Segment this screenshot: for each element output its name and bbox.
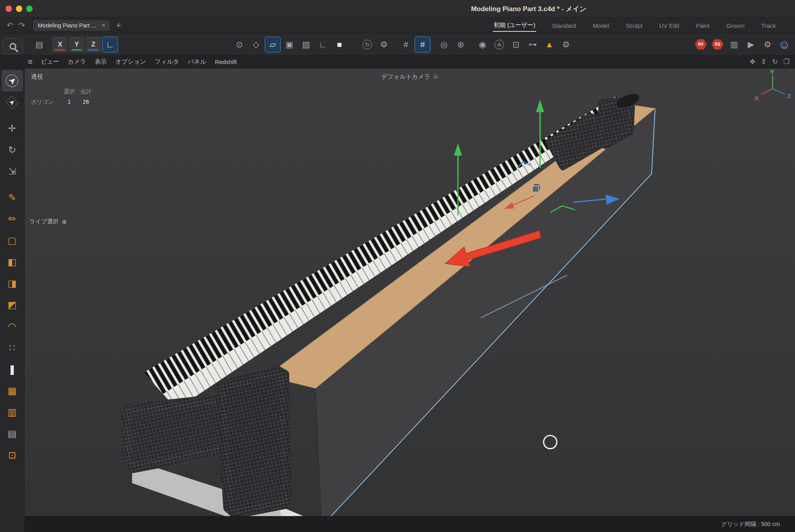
layout-uv-edit[interactable]: UV Edit xyxy=(658,20,680,31)
glyph: X xyxy=(58,41,62,48)
bevel-arch-icon: ◠ xyxy=(8,322,16,331)
view-label[interactable]: 透視 xyxy=(31,73,43,81)
layout-standard[interactable]: Standard xyxy=(551,20,577,31)
glyph: A xyxy=(494,40,504,49)
live-selection-tool[interactable]: ➤ xyxy=(2,70,23,91)
extrude-inner-tool[interactable]: ◨ xyxy=(2,273,23,294)
redshift-icon[interactable]: RS xyxy=(710,37,725,52)
menu-filter[interactable]: フィルタ xyxy=(155,58,179,66)
workplane-icon[interactable]: ∟ xyxy=(102,37,118,52)
bevel-tool[interactable]: ◠ xyxy=(2,316,23,337)
menu-camera[interactable]: カメラ xyxy=(68,58,86,66)
matrix-extrude-tool[interactable]: ◩ xyxy=(2,294,23,316)
toggle-views-icon[interactable]: ❐ xyxy=(783,58,789,66)
close-window-button[interactable] xyxy=(6,6,12,12)
rectangle-selection-tool[interactable]: ➤ xyxy=(2,91,23,113)
render-to-picture-viewer-icon[interactable]: ▶ xyxy=(743,37,759,52)
axis-x-lock-button[interactable]: X xyxy=(52,37,68,52)
settings-gear-icon[interactable]: ⚙ xyxy=(558,37,574,52)
polygon-pen-tool[interactable]: ▢ xyxy=(2,230,23,251)
render-settings-icon[interactable]: ⚙ xyxy=(760,37,776,52)
render-view-icon[interactable]: ▥ xyxy=(726,37,742,52)
brush-capsule-icon: ❚ xyxy=(8,365,16,374)
texture-mode-icon[interactable]: ▨ xyxy=(298,37,314,52)
layout-track[interactable]: Track xyxy=(760,20,777,31)
keyframe-settings-icon[interactable]: ⚙ xyxy=(376,37,392,52)
magnet-tool[interactable]: ∷ xyxy=(2,337,23,359)
axis-mode-icon[interactable]: ∟ xyxy=(315,37,331,52)
close-tab-icon[interactable]: × xyxy=(102,22,105,29)
menu-panel[interactable]: パネル xyxy=(188,58,206,66)
viewport-3d[interactable]: Y Z X 透視 選択 合計 ポリゴン 1 26 デフォルトカメラ ✇ ライブ xyxy=(25,68,795,532)
undo-icon[interactable]: ↶ xyxy=(4,21,16,30)
move-tool[interactable]: ✛ xyxy=(2,118,23,139)
layout-sculpt[interactable]: Sculpt xyxy=(625,20,643,31)
move-icon: ✛ xyxy=(8,124,16,133)
orbit-icon[interactable]: ↻ xyxy=(772,58,778,66)
snap-icon[interactable]: # xyxy=(415,37,430,52)
viewport-menu-icon[interactable]: ≡ xyxy=(28,57,32,66)
redo-icon[interactable]: ↷ xyxy=(16,21,28,30)
points-mode-icon[interactable]: ⊙ xyxy=(231,37,247,52)
polygons-mode-icon[interactable]: ▱ xyxy=(265,37,281,52)
cylinder-tool[interactable]: ▥ xyxy=(2,402,23,423)
selection-header-total: 合計 xyxy=(77,88,95,95)
glyph: ▥ xyxy=(730,40,738,49)
model-mode-icon[interactable]: ■ xyxy=(332,37,347,52)
menu-options[interactable]: オプション xyxy=(115,58,146,66)
key-icon[interactable]: ⊶ xyxy=(525,37,541,52)
camera-label[interactable]: デフォルトカメラ ✇ xyxy=(381,73,438,81)
layout-groom[interactable]: Groom xyxy=(725,20,745,31)
spline-pen-tool[interactable]: ✏ xyxy=(2,208,23,230)
main-toolbar: ▤ X Y Z ∟ ⊙ ◇ ▱ ▣ ▨ ∟ ■ ↻ ⚙ # # ◎ ⊛ xyxy=(0,33,795,56)
grid-icon[interactable]: # xyxy=(398,37,414,52)
target-icon[interactable]: ◎ xyxy=(436,37,452,52)
happy-render-icon[interactable]: ☺ xyxy=(776,37,792,52)
mograph-icon[interactable]: ▲ xyxy=(541,37,557,52)
spline-pen-icon: ✏ xyxy=(8,214,16,224)
piano-cover-near-right[interactable] xyxy=(220,371,287,514)
content-browser-icon[interactable]: ▤ xyxy=(31,37,47,52)
piano-cover-near-left[interactable] xyxy=(126,399,229,468)
axis-y-lock-button[interactable]: Y xyxy=(69,37,85,52)
cursor-arrow-icon: ➤ xyxy=(4,72,21,89)
autokey-icon[interactable]: ↻ xyxy=(359,37,375,52)
layout-paint[interactable]: Paint xyxy=(695,20,710,31)
viewport-zoom-button[interactable] xyxy=(2,38,23,54)
knife-tool[interactable]: ▤ xyxy=(2,423,23,445)
toolbar-group-browser: ▤ xyxy=(31,37,48,52)
dolly-icon[interactable]: ⇕ xyxy=(761,58,766,66)
extrude-tool[interactable]: ◧ xyxy=(2,251,23,273)
app-window: Modeling Piano Part 3.c4d * - メイン ↶ ↷ Mo… xyxy=(0,0,795,532)
brush-tool[interactable]: ❚ xyxy=(2,359,23,380)
volume-builder-tool[interactable]: ▦ xyxy=(2,380,23,402)
gear-target-icon[interactable]: ⊛ xyxy=(453,37,469,52)
magnifier-icon xyxy=(10,43,16,50)
glyph: # xyxy=(420,40,425,49)
fullscreen-window-button[interactable] xyxy=(26,6,33,12)
toolbar-group-render: RV RS ▥ ▶ ⚙ ☺ xyxy=(692,37,793,52)
object-mode-icon[interactable]: ▣ xyxy=(281,37,297,52)
menu-display[interactable]: 表示 xyxy=(95,58,107,66)
frame-icon: ⊡ xyxy=(8,450,16,460)
layout-model[interactable]: Model xyxy=(592,20,610,31)
redshift-renderview-icon[interactable]: RV xyxy=(693,37,709,52)
eye-icon[interactable]: ◉ xyxy=(475,37,491,52)
minimize-window-button[interactable] xyxy=(16,6,22,12)
add-tab-button[interactable]: + xyxy=(116,20,121,31)
scale-tool[interactable]: ⇲ xyxy=(2,161,23,182)
menu-redshift[interactable]: Redshift xyxy=(215,58,237,65)
selection-info-table: 選択 合計 ポリゴン 1 26 xyxy=(31,88,95,106)
pan-hand-icon[interactable]: ✥ xyxy=(750,58,755,66)
annotation-icon[interactable]: A xyxy=(491,37,507,52)
scene-3d[interactable]: Y Z X xyxy=(25,68,795,516)
layout-initial-user[interactable]: 初期 (ユーザー) xyxy=(493,19,536,32)
axis-z-lock-button[interactable]: Z xyxy=(85,37,101,52)
rotate-tool[interactable]: ↻ xyxy=(2,139,23,161)
frame-tool[interactable]: ⊡ xyxy=(2,445,23,466)
menu-view[interactable]: ビュー xyxy=(41,58,59,66)
document-tab[interactable]: Modeling Piano Part ... × xyxy=(33,19,111,31)
dotted-selection-icon[interactable]: ⊡ xyxy=(508,37,524,52)
pen-tool[interactable]: ✎ xyxy=(2,187,23,208)
edges-mode-icon[interactable]: ◇ xyxy=(248,37,264,52)
